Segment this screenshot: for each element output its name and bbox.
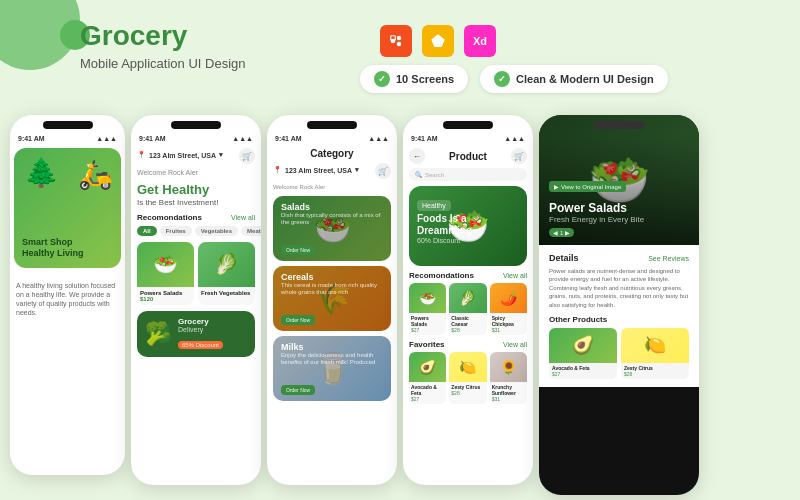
- phone1-text-block: A healthy living solution focused on a h…: [14, 274, 121, 321]
- phone3-welcome: Welcome Rock Aler: [273, 184, 391, 190]
- phone4-view-all-2[interactable]: View all: [503, 341, 527, 348]
- phone5-other2-info: Zesty Citrus $28: [621, 363, 689, 379]
- phone2-promo-text: Grocery Delivery 65% Discount: [178, 317, 223, 351]
- tag-fruites[interactable]: Fruites: [160, 226, 192, 236]
- phone5-notch: [594, 121, 644, 129]
- phone3-cereals-title: Cereals: [281, 272, 383, 282]
- phone5-detail-header: Details See Reviews: [549, 253, 689, 263]
- tool-icons: Xd: [380, 25, 496, 57]
- phone4-recom-title: Recomondations: [409, 271, 474, 280]
- phone4-recom-item-3[interactable]: 🌶️ Spicy Chickpea $31: [490, 283, 527, 335]
- phone3-location: 📍 123 Alm Street, USA ▾: [273, 166, 359, 174]
- phone2-welcome: Welcome Rock Aler: [137, 169, 255, 176]
- tag-meat[interactable]: Meat: [241, 226, 261, 236]
- phone4-recom-item-1[interactable]: 🥗 Powers Salads $27: [409, 283, 446, 335]
- phone2-view-all[interactable]: View all: [231, 214, 255, 221]
- phone2-item2-image: 🥬: [198, 242, 255, 287]
- phone5-other-item-2[interactable]: 🍋 Zesty Citrus $28: [621, 328, 689, 379]
- phone3-cereals-overlay: Cereals This cereal is made from rich qu…: [273, 266, 391, 331]
- phone3-salads-card[interactable]: 🥗 Salads Dish that typically consists of…: [273, 196, 391, 261]
- phone1-description: A healthy living solution focused on a h…: [16, 281, 119, 317]
- phone1-icons: ▲▲▲: [96, 135, 117, 142]
- check-icon-1: ✓: [374, 71, 390, 87]
- phone4-item2-img: 🥬: [449, 283, 486, 313]
- phone2-item2-info: Fresh Vegetables: [198, 287, 255, 299]
- phone3-cart-icon[interactable]: 🛒: [375, 163, 391, 179]
- phone4-fav-items: 🥑 Avocado & Feta $27 🍋 Zesty Citrus $28 …: [409, 352, 527, 404]
- tag-all[interactable]: All: [137, 226, 157, 236]
- phone4-item2-info: Classic Caesar $28: [449, 313, 486, 335]
- phone4-item1-info: Powers Salads $27: [409, 313, 446, 335]
- phone5-other1-price: $27: [552, 371, 614, 377]
- phone5-see-reviews-link[interactable]: See Reviews: [648, 255, 689, 262]
- phone4-recom-item-2[interactable]: 🥬 Classic Caesar $28: [449, 283, 486, 335]
- svg-point-0: [391, 39, 396, 44]
- phone2-cart-icon[interactable]: 🛒: [239, 148, 255, 164]
- phone5-hero-title: Power Salads: [549, 201, 689, 215]
- phone2-subtitle: Is the Best Investment!: [137, 198, 255, 207]
- phone2-promo-title: Grocery: [178, 317, 223, 326]
- phones-container: 9:41 AM ▲▲▲ 🌲 🛵 Smart Shop Healthy Livin…: [0, 115, 800, 495]
- phone3-milks-btn[interactable]: Order Now: [281, 385, 315, 395]
- phone5-other2-img: 🍋: [621, 328, 689, 363]
- phone4-back-btn[interactable]: ←: [409, 148, 425, 164]
- phone4-fav2-img: 🍋: [449, 352, 486, 382]
- phone4-recom-items: 🥗 Powers Salads $27 🥬 Classic Caesar $28…: [409, 283, 527, 335]
- phone2-recom-title: Recomondations: [137, 213, 202, 222]
- phone4-recom-section: Recomondations View all: [409, 271, 527, 280]
- phone2-signal: ▲▲▲: [232, 135, 253, 142]
- phone-category: 9:41 AM ▲▲▲ Category 📍 123 Alm Street, U…: [267, 115, 397, 485]
- phone4-fav-item-3[interactable]: 🌻 Krunchy Sunflower $31: [490, 352, 527, 404]
- phone4-item3-info: Spicy Chickpea $31: [490, 313, 527, 335]
- phone4-time: 9:41 AM: [411, 135, 438, 142]
- phone4-cart-icon[interactable]: 🛒: [511, 148, 527, 164]
- phone5-qty-badge[interactable]: ◀ 1 ▶: [549, 228, 574, 237]
- phone4-item3-name: Spicy Chickpea: [492, 315, 525, 327]
- phone2-time: 9:41 AM: [139, 135, 166, 142]
- phone2-item-1[interactable]: 🥗 Powers Salads $120: [137, 242, 194, 305]
- phone2-promo[interactable]: 🥦 Grocery Delivery 65% Discount: [137, 311, 255, 357]
- phone3-milks-title: Milks: [281, 342, 383, 352]
- phone4-hero-overlay: Healthy Foods Is a Dreamming 60% Discoun…: [409, 186, 527, 266]
- phone4-fav-item-2[interactable]: 🍋 Zesty Citrus $28: [449, 352, 486, 404]
- phone1-notch: [43, 121, 93, 129]
- phone4-fav3-info: Krunchy Sunflower $31: [490, 382, 527, 404]
- phone1-body: 🌲 🛵 Smart Shop Healthy Living A healthy …: [10, 144, 125, 325]
- phone5-detail-content: Details See Reviews Power salads are nut…: [539, 245, 699, 387]
- phone4-hero-title: Foods Is a Dreamming: [417, 213, 519, 237]
- phone4-item1-price: $27: [411, 327, 444, 333]
- phone-detail: 🥗 ▶ View to Original Image Power Salads …: [539, 115, 699, 495]
- phone3-cereals-card[interactable]: 🌾 Cereals This cereal is made from rich …: [273, 266, 391, 331]
- svg-point-2: [397, 42, 402, 47]
- phone3-cereals-btn[interactable]: Order Now: [281, 315, 315, 325]
- phone4-fav-title: Favorites: [409, 340, 445, 349]
- phone3-status: 9:41 AM ▲▲▲: [267, 131, 397, 144]
- phone4-view-all-1[interactable]: View all: [503, 272, 527, 279]
- phone3-milks-card[interactable]: 🥛 Milks Enjoy the deliciousness and heal…: [273, 336, 391, 401]
- phone4-signal: ▲▲▲: [504, 135, 525, 142]
- phone2-promo-sub: Delivery: [178, 326, 223, 333]
- phone2-item1-image: 🥗: [137, 242, 194, 287]
- phone4-fav3-price: $31: [492, 396, 525, 402]
- phone2-recom-header: Recomondations View all: [137, 213, 255, 222]
- phone3-salads-overlay: Salads Dish that typically consists of a…: [273, 196, 391, 261]
- phone4-hero-discount: 60% Discount: [417, 237, 519, 244]
- phone3-salads-btn[interactable]: Order Now: [281, 245, 315, 255]
- tag-vegetables[interactable]: Vegetables: [195, 226, 238, 236]
- phone3-time: 9:41 AM: [275, 135, 302, 142]
- phone2-item-2[interactable]: 🥬 Fresh Vegetables: [198, 242, 255, 305]
- phone4-item3-img: 🌶️: [490, 283, 527, 313]
- phone-landing: 9:41 AM ▲▲▲ 🌲 🛵 Smart Shop Healthy Livin…: [10, 115, 125, 475]
- phone5-other-item-1[interactable]: 🥑 Avocado & Feta $27: [549, 328, 617, 379]
- design-label: Clean & Modern UI Design: [516, 73, 654, 85]
- phone4-search-bar[interactable]: 🔍 Search: [409, 168, 527, 181]
- phone4-body: ← Product 🛒 🔍 Search 🥗 Healthy Foods Is …: [403, 144, 533, 413]
- svg-marker-4: [431, 34, 445, 47]
- phone2-item2-name: Fresh Vegetables: [201, 290, 252, 296]
- phone5-hero-overlay: ▶ View to Original Image Power Salads Fr…: [539, 135, 699, 245]
- phone4-fav-item-1[interactable]: 🥑 Avocado & Feta $27: [409, 352, 446, 404]
- phone2-items: 🥗 Powers Salads $120 🥬 Fresh Vegetables: [137, 242, 255, 305]
- phone5-description: Power salads are nutrient-dense and desi…: [549, 267, 689, 309]
- screens-badge: ✓ 10 Screens: [360, 65, 468, 93]
- check-icon-2: ✓: [494, 71, 510, 87]
